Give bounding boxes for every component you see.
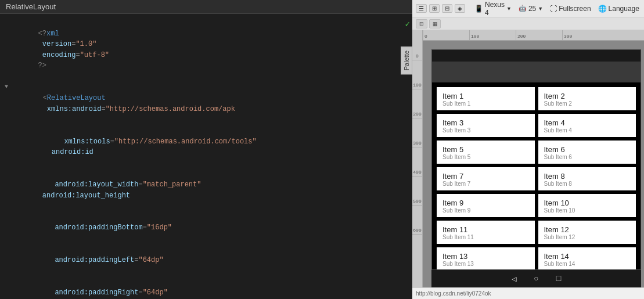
nav-back-icon[interactable]: ◁ xyxy=(512,274,516,284)
ruler-mark: 200 xyxy=(412,89,422,118)
layout-btn-3[interactable]: ⊟ xyxy=(442,4,452,13)
code-line: android:paddingRight="64dp" xyxy=(0,276,412,299)
grid-item: Item 1Sub Item 1 xyxy=(437,87,535,110)
grid-item: Item 2Sub Item 2 xyxy=(538,87,636,110)
grid-item: Item 14Sub Item 14 xyxy=(538,247,636,270)
code-line: <?xml version="1.0" encoding="utf-8" ?> … xyxy=(0,17,412,82)
title-bar: RelativeLayout xyxy=(0,0,412,14)
phone-preview: Item 1Sub Item 1Item 2Sub Item 2Item 3Su… xyxy=(423,41,644,287)
language-label: Language xyxy=(609,5,639,13)
bottom-url: http://blog.csdn.net/liy0724ok xyxy=(416,290,491,297)
grid-item-sub: Sub Item 8 xyxy=(544,181,631,187)
grid-item-title: Item 10 xyxy=(544,199,631,207)
fullscreen-icon: ⛶ xyxy=(550,5,557,13)
device-label: Nexus 4 xyxy=(485,1,505,17)
grid-item: Item 8Sub Item 8 xyxy=(538,167,636,190)
api-arrow: ▼ xyxy=(538,6,543,12)
layout-btn-1[interactable]: ☰ xyxy=(416,4,427,13)
phone-action-bar xyxy=(432,62,641,82)
grid-item: Item 7Sub Item 7 xyxy=(437,167,535,190)
phone-screen: Item 1Sub Item 1Item 2Sub Item 2Item 3Su… xyxy=(431,49,641,270)
grid-item: Item 3Sub Item 3 xyxy=(437,114,535,137)
grid-item-sub: Sub Item 9 xyxy=(442,207,529,214)
code-editor: RelativeLayout <?xml version="1.0" encod… xyxy=(0,0,412,299)
nav-recents-icon[interactable]: □ xyxy=(556,274,561,283)
grid-item-title: Item 6 xyxy=(544,145,631,154)
grid-item-sub: Sub Item 6 xyxy=(544,154,631,160)
grid-item-title: Item 12 xyxy=(544,225,631,234)
grid-item-title: Item 7 xyxy=(442,172,529,181)
grid-item-title: Item 9 xyxy=(442,199,529,207)
api-selector[interactable]: 🤖 25 ▼ xyxy=(516,3,545,14)
grid-item-sub: Sub Item 5 xyxy=(442,154,529,160)
grid-item: Item 9Sub Item 9 xyxy=(437,194,535,217)
grid-item-sub: Sub Item 4 xyxy=(544,127,631,134)
grid-item-title: Item 2 xyxy=(544,92,631,100)
grid-item-sub: Sub Item 3 xyxy=(442,127,529,134)
fullscreen-label: Fullscreen xyxy=(559,5,591,13)
grid-item: Item 5Sub Item 5 xyxy=(437,141,535,164)
grid-item-sub: Sub Item 11 xyxy=(442,234,529,240)
grid-item-sub: Sub Item 14 xyxy=(544,261,631,267)
palette-tab[interactable]: Palette xyxy=(401,46,412,74)
nav-home-icon[interactable]: ○ xyxy=(534,274,538,283)
layout-btn-2[interactable]: ⊞ xyxy=(429,4,440,13)
grid-item-title: Item 5 xyxy=(442,145,529,154)
grid-item: Item 6Sub Item 6 xyxy=(538,141,636,164)
grid-item-title: Item 1 xyxy=(442,92,529,100)
ruler-left: 0 100 200 300 400 500 600 xyxy=(412,30,423,287)
ruler-mark: 600 xyxy=(412,206,422,235)
code-line: android:layout_width="match_parent" andr… xyxy=(0,168,412,211)
ruler-top-mark: 100 xyxy=(469,30,479,40)
grid-item-title: Item 11 xyxy=(442,225,529,234)
ruler-top-mark: 300 xyxy=(562,30,572,40)
grid-item-sub: Sub Item 12 xyxy=(544,234,631,240)
preview-container: 0 100 200 300 400 500 600 0 100 200 300 xyxy=(412,30,644,287)
grid-item: Item 10Sub Item 10 xyxy=(538,194,636,217)
right-panel: Palette ☰ ⊞ ⊟ ◈ 📱 Nexus 4 ▼ 🤖 25 ▼ ⛶ Ful… xyxy=(412,0,644,299)
ruler-mark: 100 xyxy=(412,60,422,89)
grid-item-sub: Sub Item 13 xyxy=(442,261,529,267)
language-icon: 🌐 xyxy=(598,5,607,13)
code-line: ▼ <RelativeLayout xmlns:android="http://… xyxy=(0,82,412,125)
phone-status-bar xyxy=(432,50,641,62)
grid-item-title: Item 14 xyxy=(544,252,631,261)
grid-item-sub: Sub Item 10 xyxy=(544,207,631,214)
preview-main: 0 100 200 300 Item 1Sub Item 1Item 2Sub … xyxy=(423,30,644,287)
grid-item: Item 12Sub Item 12 xyxy=(538,221,636,244)
grid-item-title: Item 3 xyxy=(442,118,529,127)
device-icon: 📱 xyxy=(474,5,483,13)
ruler-top-mark: 0 xyxy=(423,30,427,40)
code-content[interactable]: <?xml version="1.0" encoding="utf-8" ?> … xyxy=(0,14,412,299)
grid-item-title: Item 4 xyxy=(544,118,631,127)
secondary-toolbar: ⊟ ▦ xyxy=(412,17,644,30)
bottom-bar: http://blog.csdn.net/liy0724ok xyxy=(412,287,644,299)
device-selector[interactable]: 📱 Nexus 4 ▼ xyxy=(472,0,514,18)
layout-btn-4[interactable]: ◈ xyxy=(455,4,465,13)
api-icon: 🤖 xyxy=(519,5,527,12)
ruler-mark: 400 xyxy=(412,147,422,176)
ruler-mark: 300 xyxy=(412,118,422,147)
fullscreen-btn[interactable]: ⛶ Fullscreen xyxy=(548,3,593,14)
grid-item-sub: Sub Item 2 xyxy=(544,100,631,107)
grid-view: Item 1Sub Item 1Item 2Sub Item 2Item 3Su… xyxy=(432,82,641,270)
grid-item: Item 13Sub Item 13 xyxy=(437,247,535,270)
device-arrow: ▼ xyxy=(506,6,512,12)
ruler-mark: 500 xyxy=(412,176,422,206)
grid-item-title: Item 13 xyxy=(442,252,529,261)
code-line: android:paddingBottom="16dp" xyxy=(0,212,412,244)
code-line: android:paddingLeft="64dp" xyxy=(0,244,412,276)
t2-btn-2[interactable]: ▦ xyxy=(429,19,441,28)
language-btn[interactable]: 🌐 Language xyxy=(596,3,642,14)
phone-nav-bar: ◁ ○ □ xyxy=(431,270,641,287)
grid-item-sub: Sub Item 7 xyxy=(442,181,529,187)
grid-item: Item 11Sub Item 11 xyxy=(437,221,535,244)
t2-btn-1[interactable]: ⊟ xyxy=(416,19,427,28)
ruler-top-mark: 200 xyxy=(516,30,526,40)
ruler-mark: 0 xyxy=(412,31,422,60)
main-toolbar: ☰ ⊞ ⊟ ◈ 📱 Nexus 4 ▼ 🤖 25 ▼ ⛶ Fullscreen … xyxy=(412,0,644,17)
grid-item-sub: Sub Item 1 xyxy=(442,100,529,107)
title-text: RelativeLayout xyxy=(6,2,56,11)
code-line: xmlns:tools="http://schemas.android.com/… xyxy=(9,125,412,168)
api-label: 25 xyxy=(528,5,536,13)
